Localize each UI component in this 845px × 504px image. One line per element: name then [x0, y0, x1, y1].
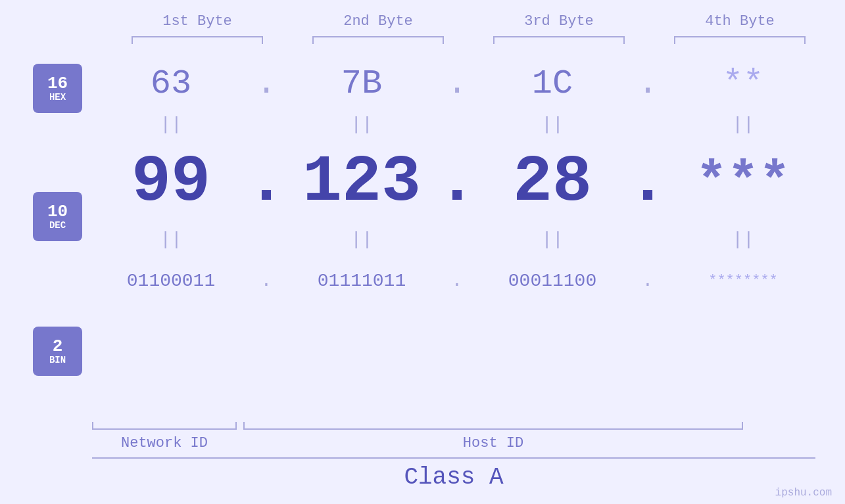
bin-sep-3: . [631, 271, 664, 291]
host-id-label: Host ID [243, 435, 743, 451]
bin-cell-3: 00011100 [473, 271, 631, 291]
bin-sep-1: . [250, 271, 283, 291]
hex-cell-1: 63 [92, 64, 250, 103]
dec-cell-1: 99 [92, 145, 250, 219]
hex-val-4: ** [723, 64, 763, 103]
byte-header-1: 1st Byte [118, 13, 276, 30]
dec-cell-4: *** [664, 152, 822, 212]
badges-column: 16 HEX 10 DEC 2 BIN [0, 57, 92, 376]
eq-cell-1a: || [92, 114, 250, 135]
hex-sep-3: . [631, 64, 664, 103]
bin-cell-2: 01111011 [283, 271, 441, 291]
dec-sep-3: . [631, 145, 664, 219]
dec-val-1: 99 [132, 145, 210, 219]
host-bracket [243, 422, 743, 430]
eq-cell-3a: || [473, 114, 631, 135]
bottom-labels-row: Network ID Host ID [92, 435, 815, 451]
hex-badge-label: HEX [49, 92, 66, 103]
bracket-2 [312, 36, 444, 44]
hex-cell-3: 1C [473, 64, 631, 103]
dec-cell-2: 123 [283, 145, 441, 219]
dec-val-4: *** [696, 152, 790, 212]
bottom-brackets-row [92, 422, 815, 430]
class-section: Class A [92, 457, 832, 491]
dec-val-2: 123 [302, 145, 421, 219]
hex-sep-1: . [250, 64, 283, 103]
hex-badge-num: 16 [47, 75, 68, 92]
bin-badge: 2 BIN [33, 327, 82, 376]
top-brackets [107, 36, 831, 44]
bin-val-1: 01100011 [127, 271, 215, 291]
eq-row-1: || || || || [92, 110, 845, 139]
hex-cell-2: 7B [283, 64, 441, 103]
byte-headers: 1st Byte 2nd Byte 3rd Byte 4th Byte [107, 13, 831, 30]
bottom-section: Network ID Host ID [92, 422, 832, 451]
hex-badge: 16 HEX [33, 64, 82, 113]
watermark: ipshu.com [775, 487, 832, 499]
dec-row: 99 . 123 . 28 . *** [92, 139, 845, 225]
eq-cell-1b: || [92, 229, 250, 250]
bin-badge-num: 2 [53, 338, 63, 355]
bracket-3 [493, 36, 625, 44]
bin-val-3: 00011100 [508, 271, 596, 291]
bin-badge-label: BIN [49, 355, 66, 365]
class-label: Class A [92, 464, 815, 491]
bracket-1 [132, 36, 263, 44]
bin-row: 01100011 . 01111011 . 00011100 . [92, 254, 845, 307]
hex-row: 63 . 7B . 1C . ** [92, 57, 845, 110]
hex-cell-4: ** [664, 64, 822, 103]
dec-val-3: 28 [513, 145, 592, 219]
bracket-4 [674, 36, 806, 44]
values-area: 63 . 7B . 1C . ** [92, 57, 845, 307]
eq-cell-4a: || [664, 114, 822, 135]
dec-cell-3: 28 [473, 145, 631, 219]
dec-badge-num: 10 [47, 203, 68, 220]
dec-badge: 10 DEC [33, 192, 82, 241]
dec-badge-label: DEC [49, 220, 66, 231]
hex-val-1: 63 [151, 64, 191, 103]
main-container: 1st Byte 2nd Byte 3rd Byte 4th Byte 16 H… [0, 0, 845, 504]
bin-val-2: 01111011 [318, 271, 406, 291]
eq-cell-2b: || [283, 229, 441, 250]
class-line [92, 457, 815, 459]
bin-cell-1: 01100011 [92, 271, 250, 291]
eq-row-2: || || || || [92, 225, 845, 254]
hex-val-3: 1C [532, 64, 573, 103]
byte-header-2: 2nd Byte [299, 13, 457, 30]
byte-header-3: 3rd Byte [480, 13, 638, 30]
hex-val-2: 7B [341, 64, 382, 103]
bin-val-4: ******** [708, 273, 778, 289]
dec-sep-2: . [441, 145, 473, 219]
network-bracket [92, 422, 237, 430]
byte-header-4: 4th Byte [661, 13, 819, 30]
bin-cell-4: ******** [664, 273, 822, 289]
eq-cell-4b: || [664, 229, 822, 250]
main-data-area: 16 HEX 10 DEC 2 BIN 63 . [0, 57, 845, 376]
bin-sep-2: . [441, 271, 473, 291]
eq-cell-2a: || [283, 114, 441, 135]
hex-sep-2: . [441, 64, 473, 103]
network-id-label: Network ID [92, 435, 237, 451]
dec-sep-1: . [250, 145, 283, 219]
eq-cell-3b: || [473, 229, 631, 250]
